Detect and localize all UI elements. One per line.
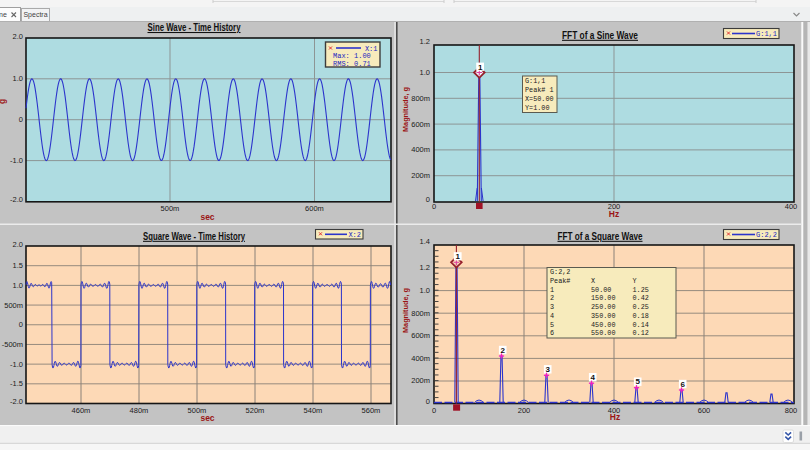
svg-text:0.25: 0.25: [633, 303, 649, 311]
svg-text:540m: 540m: [304, 406, 323, 415]
svg-text:250.00: 250.00: [591, 303, 615, 311]
svg-text:0: 0: [432, 406, 436, 415]
svg-text:0.12: 0.12: [633, 329, 649, 337]
svg-text:50.00: 50.00: [591, 286, 611, 294]
svg-text:600m: 600m: [411, 120, 430, 129]
svg-text:350.00: 350.00: [591, 312, 615, 320]
svg-text:800m: 800m: [411, 309, 430, 318]
svg-text:1.0: 1.0: [13, 281, 23, 290]
svg-text:800m: 800m: [411, 94, 430, 103]
svg-text:-1.5: -1.5: [10, 379, 23, 388]
svg-text:Magnitude, g: Magnitude, g: [401, 87, 410, 132]
svg-text:4: 4: [550, 312, 554, 320]
svg-text:1.2: 1.2: [420, 263, 430, 272]
svg-text:2.0: 2.0: [13, 240, 23, 249]
svg-text:-1.0: -1.0: [10, 360, 23, 369]
svg-text:Sine Wave - Time History: Sine Wave - Time History: [148, 21, 241, 33]
svg-text:480m: 480m: [130, 406, 149, 415]
svg-text:1.0: 1.0: [420, 68, 430, 77]
svg-text:Peak#: Peak#: [550, 277, 570, 285]
svg-text:1.25: 1.25: [633, 286, 649, 294]
svg-text:550.00: 550.00: [591, 329, 615, 337]
svg-text:1: 1: [478, 63, 483, 72]
svg-text:0: 0: [426, 397, 430, 406]
svg-text:0: 0: [432, 202, 436, 211]
svg-text:-1.0: -1.0: [10, 156, 23, 165]
svg-text:6: 6: [680, 380, 685, 389]
svg-text:Hz: Hz: [609, 209, 619, 219]
svg-text:1.0: 1.0: [420, 286, 430, 295]
svg-text:1.0: 1.0: [13, 74, 23, 83]
svg-text:G:1,1: G:1,1: [525, 77, 545, 85]
svg-text:5: 5: [550, 321, 554, 329]
svg-text:460m: 460m: [72, 406, 91, 415]
svg-text:0.18: 0.18: [633, 312, 649, 320]
svg-text:0: 0: [19, 115, 23, 124]
svg-text:Peak# 1: Peak# 1: [525, 86, 554, 94]
svg-text:200m: 200m: [411, 171, 430, 180]
svg-text:0: 0: [426, 195, 430, 204]
svg-text:1.2: 1.2: [420, 37, 430, 46]
svg-text:2.0: 2.0: [13, 32, 23, 41]
svg-text:RMS: 0.71: RMS: 0.71: [333, 60, 371, 68]
svg-text:Magnitude, g: Magnitude, g: [401, 288, 410, 333]
svg-text:Spectra: Spectra: [23, 11, 47, 19]
svg-text:800: 800: [785, 406, 798, 415]
svg-text:G:1,1: G:1,1: [756, 30, 777, 38]
svg-text:2: 2: [500, 346, 505, 355]
svg-text:450.00: 450.00: [591, 321, 615, 329]
svg-text:6: 6: [550, 329, 554, 337]
svg-text:G:2,2: G:2,2: [550, 268, 570, 276]
svg-text:Y: Y: [633, 277, 637, 285]
svg-text:X:2: X:2: [348, 231, 361, 239]
svg-text:FFT of a Sine Wave: FFT of a Sine Wave: [562, 29, 638, 41]
svg-text:FFT of a Square Wave: FFT of a Square Wave: [558, 230, 643, 242]
svg-text:Hz: Hz: [610, 412, 620, 422]
svg-text:Y=1.00: Y=1.00: [525, 104, 549, 112]
svg-text:3: 3: [550, 303, 554, 311]
svg-text:600: 600: [698, 406, 711, 415]
svg-text:-2.0: -2.0: [10, 195, 23, 204]
svg-text:-2.0: -2.0: [10, 397, 23, 406]
svg-text:0: 0: [19, 320, 23, 329]
svg-text:-500m: -500m: [2, 340, 23, 349]
svg-text:1.5: 1.5: [13, 261, 23, 270]
svg-text:Square Wave - Time History: Square Wave - Time History: [143, 230, 245, 242]
svg-text:ne: ne: [0, 11, 7, 18]
svg-text:1: 1: [456, 252, 461, 261]
svg-text:4: 4: [590, 373, 595, 382]
svg-text:sec: sec: [200, 413, 214, 423]
svg-text:0.42: 0.42: [633, 294, 649, 302]
svg-text:400m: 400m: [411, 145, 430, 154]
svg-text:200m: 200m: [411, 376, 430, 385]
svg-text:X:1: X:1: [365, 45, 378, 53]
svg-text:600m: 600m: [411, 331, 430, 340]
svg-text:200: 200: [518, 406, 531, 415]
svg-text:2: 2: [550, 294, 554, 302]
svg-text:150.00: 150.00: [591, 294, 615, 302]
svg-text:X=50.00: X=50.00: [525, 95, 554, 103]
svg-text:1: 1: [550, 286, 554, 294]
svg-text:1.4: 1.4: [420, 237, 430, 246]
svg-text:400m: 400m: [411, 354, 430, 363]
svg-text:560m: 560m: [362, 406, 381, 415]
svg-text:G:2,2: G:2,2: [756, 231, 777, 239]
svg-text:sec: sec: [200, 212, 214, 222]
svg-text:400: 400: [785, 202, 798, 211]
svg-text:520m: 520m: [246, 406, 265, 415]
svg-text:5: 5: [635, 377, 640, 386]
svg-text:g: g: [0, 99, 7, 104]
svg-text:600m: 600m: [305, 204, 324, 213]
svg-text:500m: 500m: [161, 204, 180, 213]
svg-text:X: X: [591, 277, 595, 285]
svg-text:0.14: 0.14: [633, 321, 649, 329]
svg-text:500m: 500m: [4, 301, 23, 310]
svg-text:3: 3: [545, 365, 550, 374]
